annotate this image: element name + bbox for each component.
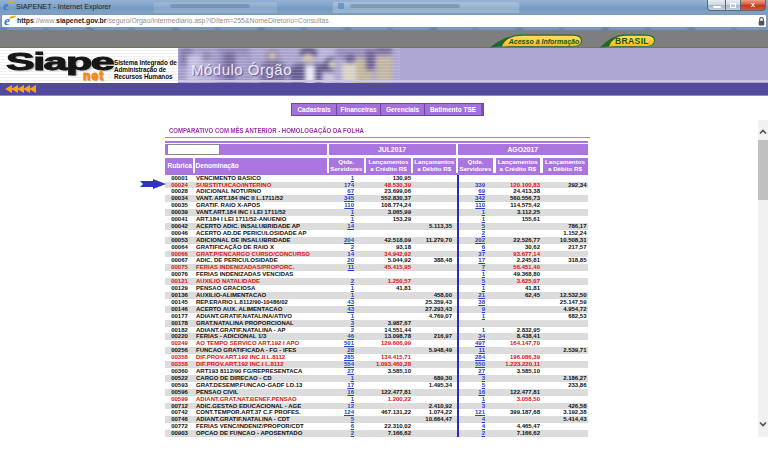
svg-text:Acesso à Informação: Acesso à Informação: [508, 37, 580, 45]
svg-text:BRASIL: BRASIL: [615, 36, 649, 46]
